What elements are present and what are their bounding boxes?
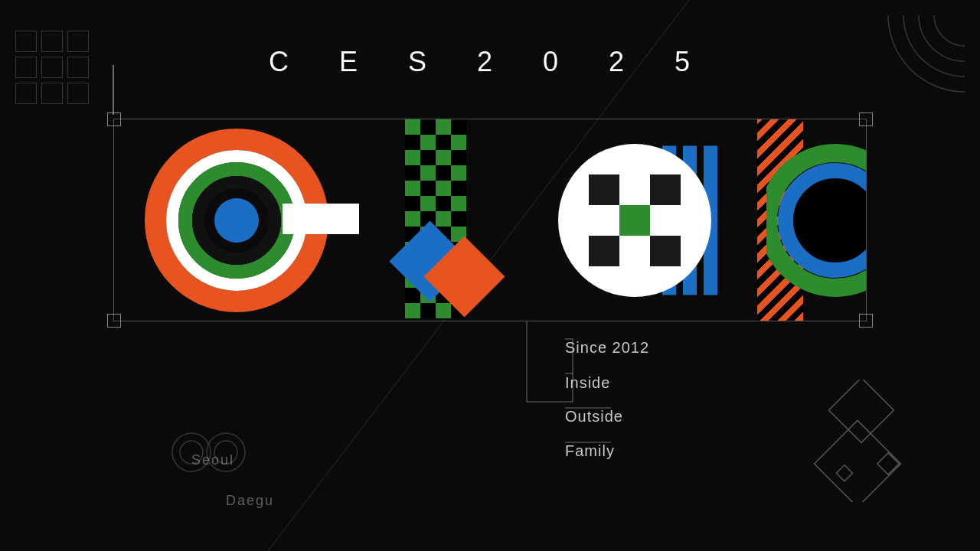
grid-squares-topleft (15, 31, 89, 104)
letter-s (512, 119, 757, 321)
svg-point-4 (888, 15, 965, 92)
logo-inner (114, 119, 866, 321)
svg-point-2 (919, 15, 965, 61)
svg-rect-9 (829, 380, 894, 442)
svg-point-1 (934, 15, 965, 46)
diamonds-bottomright (796, 380, 919, 505)
d-shape-arcs (766, 119, 866, 321)
s-circle (558, 144, 711, 297)
svg-rect-11 (877, 453, 899, 474)
label-family: Family (565, 442, 615, 460)
city-daegu: Daegu (226, 493, 274, 509)
label-outside: Outside (565, 408, 623, 425)
label-inside: Inside (565, 374, 610, 392)
svg-rect-12 (836, 465, 852, 481)
cross-pattern (589, 174, 681, 266)
letter-c (114, 119, 359, 321)
svg-point-3 (903, 15, 965, 77)
letter-l (359, 119, 512, 321)
svg-rect-10 (814, 420, 900, 502)
d-arc-black (793, 178, 866, 262)
c-white-rect (283, 204, 359, 234)
number-2025 (757, 119, 866, 321)
arcs-topright (873, 15, 965, 110)
label-since-2012: Since 2012 (565, 339, 649, 357)
c-center-blue (214, 198, 259, 243)
ces-title: C E S 2 0 2 5 (269, 46, 711, 78)
logo-container (113, 119, 867, 321)
city-seoul: Seoul (191, 452, 234, 468)
blueprint-guide-lines (0, 0, 230, 115)
